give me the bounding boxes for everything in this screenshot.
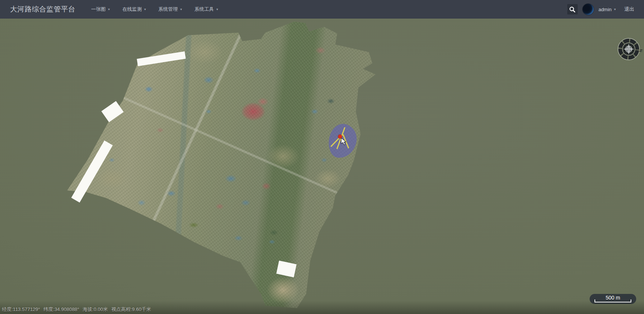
main-menu: 一张图 ▼ 在线监测 ▼ 系统管理 ▼ 系统工具 ▼ (87, 3, 226, 16)
chevron-down-icon: ▼ (180, 8, 183, 11)
search-icon (569, 6, 575, 13)
menu-label: 在线监测 (122, 6, 142, 13)
app-window: 大河路综合监管平台 一张图 ▼ 在线监测 ▼ 系统管理 ▼ 系统工具 ▼ (0, 0, 644, 314)
chevron-down-icon: ▼ (613, 8, 616, 11)
coordinate-status-bar: 经度:113.577129° 纬度:34.908088° 海拔:0.00米 视点… (2, 306, 151, 313)
menu-system-tools[interactable]: 系统工具 ▼ (190, 3, 223, 16)
top-navbar: 大河路综合监管平台 一张图 ▼ 在线监测 ▼ 系统管理 ▼ 系统工具 ▼ (0, 0, 644, 19)
north-label: N (638, 49, 643, 52)
longitude-readout: 经度:113.577129° (2, 306, 40, 313)
compass-control[interactable]: N (615, 35, 643, 63)
menu-label: 系统工具 (194, 6, 214, 13)
user-menu[interactable]: admin ▼ (599, 7, 616, 12)
altitude-readout: 海拔:0.00米 (83, 306, 108, 313)
navbar-right-group: admin ▼ 退出 (567, 4, 634, 15)
scale-line (594, 299, 631, 302)
mouse-cursor (341, 138, 348, 146)
chevron-down-icon: ▼ (108, 8, 111, 11)
scale-bar: 500 m (590, 294, 636, 304)
search-button[interactable] (567, 4, 578, 15)
menu-online-monitoring[interactable]: 在线监测 ▼ (118, 3, 151, 16)
chevron-down-icon: ▼ (143, 8, 146, 11)
chevron-down-icon: ▼ (216, 8, 219, 11)
menu-label: 一张图 (91, 6, 106, 13)
menu-system-management[interactable]: 系统管理 ▼ (154, 3, 187, 16)
latitude-readout: 纬度:34.908088° (44, 306, 79, 313)
view-height-readout: 视点高程:9.60千米 (111, 306, 151, 313)
map-viewport[interactable]: N 500 m 经度:113.577129° 纬度:34.908088° 海拔:… (0, 19, 644, 314)
logout-button[interactable]: 退出 (624, 6, 634, 13)
username: admin (599, 7, 612, 12)
avatar[interactable] (583, 4, 594, 15)
north-indicator: N (638, 49, 643, 52)
menu-label: 系统管理 (158, 6, 178, 13)
aerial-imagery-mesh[interactable] (63, 20, 380, 311)
menu-one-map[interactable]: 一张图 ▼ (87, 3, 115, 16)
app-title: 大河路综合监管平台 (10, 4, 76, 14)
